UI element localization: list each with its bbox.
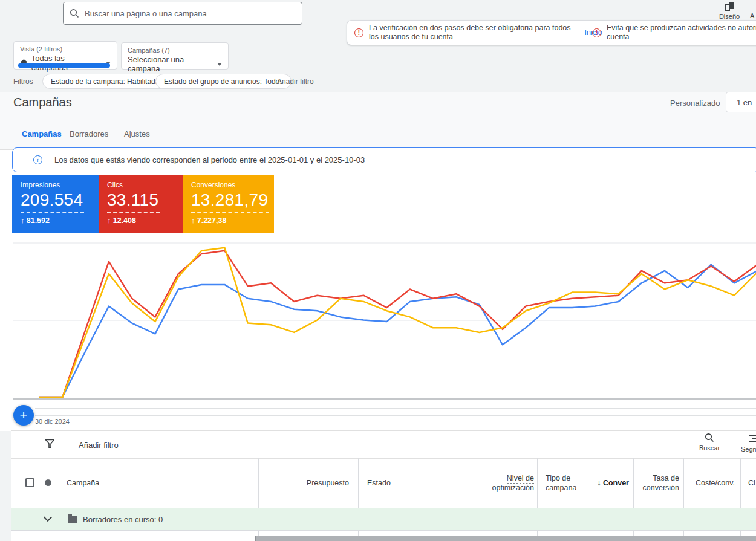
alert-text-line2: cuenta bbox=[607, 33, 756, 42]
arrow-up-icon: ↑ bbox=[21, 216, 24, 225]
date-range-mode-label[interactable]: Personalizado bbox=[670, 99, 720, 108]
partial-tool-label[interactable]: A bbox=[750, 12, 754, 19]
filters-label: Filtros bbox=[13, 77, 33, 86]
folder-icon bbox=[68, 516, 77, 523]
scorecard-label: Conversiones bbox=[191, 181, 266, 189]
date-info-banner: i Los datos que estás viendo corresponde… bbox=[12, 147, 756, 172]
info-banner-text: Los datos que estás viendo corresponden … bbox=[54, 155, 365, 164]
column-header-clics-partial[interactable]: Cl bbox=[748, 478, 755, 488]
warning-icon: ! bbox=[354, 28, 363, 37]
segment-label: Segment bbox=[741, 445, 756, 453]
plus-icon: + bbox=[20, 407, 28, 423]
tab-campanas[interactable]: Campañas bbox=[22, 129, 62, 138]
date-range-value: 1 en bbox=[737, 98, 752, 107]
scorecard-value: 33.115 bbox=[107, 190, 160, 213]
add-filter-link[interactable]: Añadir filtro bbox=[277, 77, 314, 86]
search-input[interactable] bbox=[85, 9, 296, 18]
arrow-up-icon: ↑ bbox=[191, 216, 195, 225]
column-header-campana[interactable]: Campaña bbox=[67, 478, 99, 488]
x-axis-start-label: 30 dic 2024 bbox=[35, 418, 70, 425]
row-label: Borradores en curso: 0 bbox=[83, 515, 163, 524]
view-picker-label: Vista (2 filtros) bbox=[20, 45, 111, 53]
scorecard-value: 13.281,79 bbox=[191, 190, 269, 213]
scorecard-delta: ↑ 12.408 bbox=[107, 216, 174, 225]
campaign-picker-value: Seleccionar una campaña bbox=[128, 55, 213, 73]
select-all-checkbox[interactable] bbox=[25, 478, 34, 487]
column-header-presupuesto[interactable]: Presupuesto bbox=[258, 478, 349, 488]
global-search[interactable] bbox=[63, 2, 302, 25]
performance-chart bbox=[12, 239, 756, 423]
table-search-label: Buscar bbox=[699, 444, 720, 452]
tab-borradores[interactable]: Borradores bbox=[70, 129, 108, 138]
tab-ajustes[interactable]: Ajustes bbox=[124, 129, 150, 138]
column-header-tipo-campana[interactable]: Tipo de campaña bbox=[546, 473, 576, 493]
arrow-up-icon: ↑ bbox=[107, 216, 111, 225]
chart-line-impresiones bbox=[39, 265, 756, 397]
scorecard-label: Clics bbox=[107, 181, 174, 189]
create-campaign-fab[interactable]: + bbox=[13, 405, 34, 426]
scorecard-conversiones[interactable]: Conversiones 13.281,79 ↑ 7.227,38 bbox=[183, 175, 274, 233]
column-header-coste-conv[interactable]: Coste/conv. bbox=[683, 478, 735, 488]
scorecard-impresiones[interactable]: Impresiones 209.554 ↑ 81.592 bbox=[12, 175, 99, 233]
search-icon bbox=[70, 8, 79, 18]
funnel-icon bbox=[45, 439, 54, 448]
notification-bar: ! La verificación en dos pasos debe ser … bbox=[347, 20, 756, 45]
alert-text-line1: Evita que se produzcan actividades no au… bbox=[607, 24, 756, 33]
scorecard-value: 209.554 bbox=[21, 190, 84, 213]
chart-line-conversiones bbox=[39, 248, 756, 397]
chevron-down-icon bbox=[217, 63, 222, 66]
chart-series-lines bbox=[39, 248, 756, 397]
segment-icon bbox=[749, 433, 756, 444]
table-search-button[interactable]: Buscar bbox=[697, 433, 722, 452]
sort-down-icon: ↓ bbox=[597, 479, 601, 487]
title-strip bbox=[0, 92, 756, 149]
column-header-tasa-conversion[interactable]: Tasa de conversión bbox=[633, 473, 679, 493]
campaign-picker-label: Campañas (7) bbox=[128, 47, 222, 54]
scorecard-label: Impresiones bbox=[21, 181, 90, 189]
design-icon bbox=[725, 2, 734, 11]
page-title: Campañas bbox=[13, 96, 72, 109]
view-picker-value: Todas las campañas bbox=[31, 54, 102, 72]
scorecard-delta: ↑ 81.592 bbox=[21, 216, 90, 225]
filter-chip-campaign-status[interactable]: Estado de la campaña: Habilitadas bbox=[42, 74, 171, 89]
design-tool-label: Diseño bbox=[719, 13, 740, 20]
alert-two-step[interactable]: ! La verificación en dos pasos debe ser … bbox=[347, 21, 585, 45]
view-picker-active-indicator bbox=[18, 63, 110, 68]
table-add-filter[interactable]: Añadir filtro bbox=[79, 441, 119, 450]
filter-chip-adgroup-status[interactable]: Estado del grupo de anuncios: Todos bbox=[155, 74, 292, 89]
column-header-conversiones-sorted[interactable]: ↓ Conver bbox=[584, 478, 629, 488]
scorecard-delta: ↑ 7.227,38 bbox=[191, 216, 266, 225]
date-range-picker[interactable]: 1 en bbox=[726, 92, 756, 112]
info-icon: i bbox=[33, 155, 42, 164]
campaign-picker[interactable]: Campañas (7) Seleccionar una campaña bbox=[121, 42, 229, 70]
design-tool-button[interactable]: Diseño bbox=[719, 2, 740, 20]
scorecard-clics[interactable]: Clics 33.115 ↑ 12.408 bbox=[99, 175, 183, 233]
segment-button[interactable]: Segment bbox=[740, 433, 756, 453]
status-dot-icon[interactable] bbox=[45, 479, 51, 486]
alert-text-line2: los usuarios de tu cuenta bbox=[369, 33, 571, 42]
warning-icon: ! bbox=[592, 28, 601, 37]
column-header-nivel-optimizacion[interactable]: Nivel de optimización bbox=[481, 473, 534, 493]
alert-text-line1: La verificación en dos pasos debe ser ob… bbox=[369, 24, 571, 33]
filter-funnel-button[interactable] bbox=[45, 439, 54, 450]
horizontal-scrollbar[interactable] bbox=[255, 536, 756, 541]
left-gray-rail bbox=[0, 431, 11, 541]
divider bbox=[0, 92, 756, 92]
divider bbox=[11, 458, 756, 459]
alert-unauthorized-activity[interactable]: ! Evita que se produzcan actividades no … bbox=[585, 21, 756, 45]
divider bbox=[11, 430, 756, 431]
search-icon bbox=[705, 433, 714, 442]
column-header-estado[interactable]: Estado bbox=[367, 478, 391, 488]
chart-line-clics bbox=[39, 251, 756, 397]
